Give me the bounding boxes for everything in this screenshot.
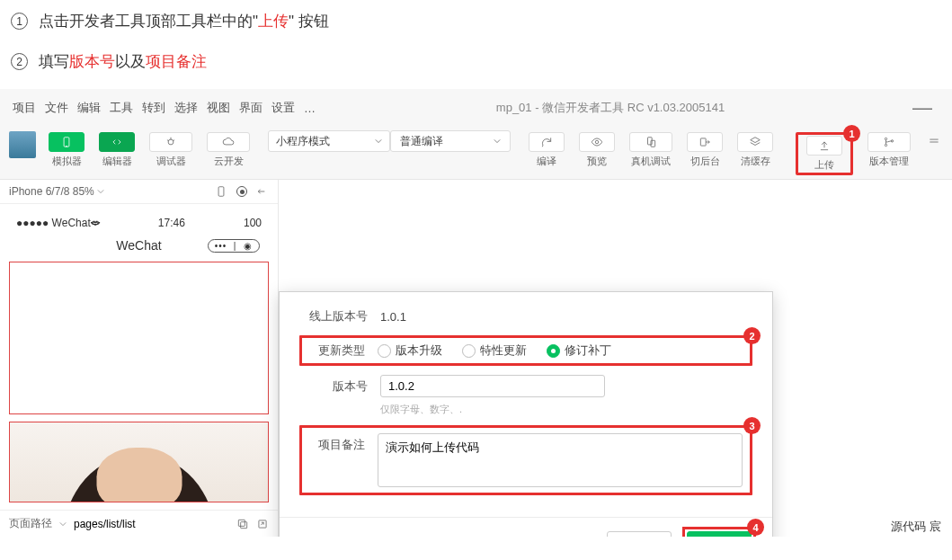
simulator-button[interactable]: 模拟器 [41,132,92,168]
route-label: 页面路径 [9,516,52,531]
instruction-step-2: 2 填写版本号以及项目备注 [0,46,952,77]
compile-mode-select[interactable]: 普通编译 [390,130,511,152]
menu-bar: 项目 文件 编辑 工具 转到 选择 视图 界面 设置 … mp_01 - 微信开… [0,89,952,127]
upload-modal: 线上版本号 1.0.1 2 更新类型 版本升级 特性更新 修订补丁 版本号 仅限… [279,291,773,537]
details-icon [925,132,943,152]
svg-rect-0 [64,138,69,147]
svg-point-6 [595,140,599,144]
menu-file[interactable]: 文件 [45,100,68,116]
version-input[interactable] [380,375,605,397]
branch-icon [867,132,911,152]
svg-point-14 [885,138,886,139]
device-icon[interactable] [215,185,227,198]
upload-button[interactable]: 上传 [799,136,850,172]
svg-line-4 [167,140,169,141]
menu-goto[interactable]: 转到 [142,100,165,116]
upload-highlight: 1 上传 [796,132,853,175]
version-label: 版本号 [299,378,368,395]
menu-setting[interactable]: 设置 [271,100,295,116]
remark-label: 项目备注 [309,433,365,453]
layers-icon [737,132,773,152]
submit-button[interactable]: 上传 [687,531,752,537]
preview-button[interactable]: 预览 [572,132,622,168]
device-select[interactable]: iPhone 6/7/8 85% [9,185,104,198]
submit-highlight: 4 上传 [682,527,756,537]
chevron-down-icon [375,138,382,145]
window-title: mp_01 - 微信开发者工具 RC v1.03.2005141 [325,100,896,116]
phone-titlebar: WeChat ••• | ◉ [9,233,269,262]
remark-input[interactable] [378,433,743,487]
svg-point-15 [885,144,886,146]
code-icon [99,132,135,152]
mode-select[interactable]: 小程序模式 [268,130,390,152]
radio-patch[interactable]: 修订补丁 [547,342,611,359]
cloud-icon [207,132,250,152]
svg-marker-11 [751,138,761,143]
menu-more[interactable]: … [304,102,316,115]
remote-icon [629,132,672,152]
record-icon[interactable] [236,186,247,197]
compile-button[interactable]: 编译 [521,132,572,168]
svg-rect-7 [648,138,653,145]
menu-select[interactable]: 选择 [174,100,198,116]
online-version-value: 1.0.1 [380,310,406,324]
svg-line-5 [173,140,174,141]
clear-cache-button[interactable]: 清缓存 [730,132,780,168]
route-input[interactable] [74,518,229,530]
upload-icon [806,136,842,156]
capsule-button[interactable]: ••• | ◉ [208,239,260,253]
minimize-icon[interactable]: — [905,96,939,120]
phone-statusbar: ●●●●● WeChat🗢 17:46 100 [9,213,269,233]
instruction-step-1: 1 点击开发者工具顶部工具栏中的"上传" 按钮 [0,5,952,37]
svg-rect-9 [700,138,706,146]
attribution: 源代码 宸 [891,519,941,535]
svg-rect-23 [259,520,266,527]
editor-button[interactable]: 编辑器 [92,132,142,168]
simulator-pane: iPhone 6/7/8 85% ●●●●● WeChat🗢 17:46 100… [0,180,279,537]
update-type-highlight: 2 更新类型 版本升级 特性更新 修订补丁 [299,335,752,366]
cancel-button[interactable]: 取消 [607,531,672,537]
radio-upgrade[interactable]: 版本升级 [378,342,442,359]
debugger-button[interactable]: 调试器 [142,132,200,168]
avatar[interactable] [9,131,36,158]
more-button[interactable] [918,132,943,165]
cloud-button[interactable]: 云开发 [200,132,257,168]
refresh-icon [529,132,565,152]
chevron-down-icon [494,138,501,145]
svg-rect-8 [651,140,655,147]
radio-feature[interactable]: 特性更新 [462,342,527,359]
chevron-down-icon [59,520,67,528]
popup-icon[interactable] [256,518,269,530]
menu-ui[interactable]: 界面 [239,100,262,116]
menu-tool[interactable]: 工具 [110,100,133,116]
svg-rect-21 [241,521,247,528]
version-hint: 仅限字母、数字、. [380,403,752,416]
preview-face [9,422,269,502]
exit-icon [687,132,723,152]
copy-icon[interactable] [236,518,249,530]
online-version-label: 线上版本号 [299,308,368,324]
bug-icon [149,132,192,152]
update-type-label: 更新类型 [309,342,365,359]
version-button[interactable]: 版本管理 [860,132,918,168]
svg-rect-19 [218,187,224,197]
svg-rect-22 [238,520,245,526]
toolbar: 模拟器 编辑器 调试器 云开发 小程序模式 [0,127,952,180]
preview-placeholder [9,262,269,414]
remote-debug-button[interactable]: 真机调试 [622,132,680,168]
share-icon[interactable] [256,185,269,198]
background-button[interactable]: 切后台 [680,132,730,168]
menu-edit[interactable]: 编辑 [77,100,101,116]
menu-project[interactable]: 项目 [13,100,36,116]
device-icon [49,132,85,152]
svg-point-2 [168,139,173,145]
eye-icon [579,132,615,152]
menu-view[interactable]: 视图 [207,100,230,116]
remark-highlight: 3 项目备注 [299,425,752,495]
